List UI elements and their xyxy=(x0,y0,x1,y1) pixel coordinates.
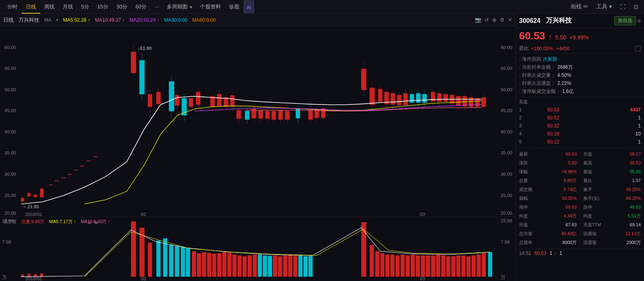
nav-fen-shi[interactable]: 分时 xyxy=(3,0,22,14)
limit-turnover-value: 1.6亿 xyxy=(562,87,574,95)
ob-buy-price-4: 60.18 xyxy=(527,130,559,137)
fullscreen-btn[interactable]: ⛶ xyxy=(617,4,628,10)
seal-amount-row: · 当前封单金额： 2686万 xyxy=(519,63,641,71)
stat-pe-val: 67.83 xyxy=(566,221,577,228)
chart-close-icon[interactable]: ✕ xyxy=(508,17,512,23)
nav-stock-info[interactable]: 个股资料 xyxy=(196,0,225,14)
svg-rect-242 xyxy=(426,255,430,277)
draw-tool-btn[interactable]: 画线 ✏ xyxy=(568,3,591,10)
reason-value[interactable]: 次新股 xyxy=(543,55,557,63)
nav-more[interactable]: ··· xyxy=(151,0,163,14)
stat-open: 开盘 56.17 xyxy=(580,150,644,158)
svg-rect-132 xyxy=(391,93,395,104)
chart-add-icon[interactable]: ⊕ xyxy=(492,17,497,23)
volume-settings[interactable]: ✕ ⚙ xyxy=(88,220,98,226)
price-change-pct: +9.99% xyxy=(569,34,589,41)
ma-selector-arrow[interactable]: ▾ xyxy=(56,18,58,22)
nav-zhen-gu[interactable]: 诊股 xyxy=(225,0,243,14)
stat-vol-ratio: 量比 1.57 xyxy=(580,176,644,185)
nav-ai[interactable]: Ai xyxy=(243,0,254,14)
svg-rect-222 xyxy=(273,255,277,277)
svg-rect-225 xyxy=(288,254,292,277)
svg-rect-239 xyxy=(411,254,415,277)
svg-rect-249 xyxy=(461,255,466,277)
svg-rect-215 xyxy=(237,255,242,277)
nav-60fen[interactable]: 60分 xyxy=(131,0,150,14)
layout-btn[interactable]: ⊡ xyxy=(631,4,641,10)
panel-menu-btn[interactable]: ≡ xyxy=(638,18,641,24)
nav-5fen[interactable]: 5分 xyxy=(77,0,93,14)
svg-rect-252 xyxy=(476,254,481,277)
svg-rect-218 xyxy=(253,254,257,277)
svg-text:02: 02 xyxy=(141,212,146,217)
seal-vol-value: 4.50% xyxy=(557,71,571,79)
stat-limit-up: 涨停 60.53 xyxy=(516,203,580,211)
ratio-value: +100.00% xyxy=(531,46,553,51)
svg-rect-221 xyxy=(268,256,272,277)
chart-snapshot-icon[interactable]: 📷 xyxy=(475,17,481,23)
nav-15fen[interactable]: 15分 xyxy=(93,0,112,14)
svg-rect-223 xyxy=(278,256,282,277)
svg-rect-243 xyxy=(431,255,435,277)
svg-rect-219 xyxy=(258,254,262,277)
stat-inner-vol-val: 5.51万 xyxy=(628,212,641,219)
stat-float-shares: 流通股 2000万 xyxy=(580,238,644,247)
tool-btn[interactable]: 工具 ▾ xyxy=(594,3,614,10)
svg-rect-214 xyxy=(232,254,237,277)
stat-amplitude-val: 10.05% xyxy=(562,195,577,202)
top-navigation: 分时 日线 周线 月线 5分 15分 30分 60分 ··· 多周期图 ▾ 个股… xyxy=(0,0,644,14)
chart-refresh-icon[interactable]: ↺ xyxy=(485,17,489,23)
svg-text:45.00: 45.00 xyxy=(4,108,16,113)
nav-ri-xian[interactable]: 日线 xyxy=(22,0,40,14)
ob-buy-row-3: 3 60.32 1 xyxy=(516,122,644,130)
add-to-watchlist-btn[interactable]: 加自选 xyxy=(614,16,636,25)
stat-float-shares-val: 2000万 xyxy=(627,239,641,246)
svg-rect-236 xyxy=(395,255,400,277)
svg-text:60.00: 60.00 xyxy=(501,45,512,50)
svg-rect-232 xyxy=(375,251,380,277)
svg-text:35.00: 35.00 xyxy=(4,150,16,155)
nav-yue-xian[interactable]: 月线 xyxy=(59,0,77,14)
svg-rect-153 xyxy=(456,96,461,105)
svg-rect-240 xyxy=(416,255,420,277)
svg-text:02: 02 xyxy=(141,276,146,281)
ma-selector[interactable]: MA xyxy=(44,17,51,23)
svg-rect-253 xyxy=(482,253,486,277)
svg-text:03: 03 xyxy=(420,212,425,217)
svg-rect-230 xyxy=(361,222,366,277)
copy-icon[interactable] xyxy=(635,46,641,51)
chart-timeframe: 日线 xyxy=(3,16,14,24)
ratio-number: +4450 xyxy=(556,46,570,51)
svg-rect-224 xyxy=(283,255,288,277)
chart-settings-icon[interactable]: ⚙ xyxy=(500,17,505,23)
trade-vol2: 1 xyxy=(560,250,562,256)
stat-turnover: 成交额 5.74亿 xyxy=(516,185,580,194)
stat-pe-ttm: 市盈TTM 69.14 xyxy=(580,220,644,229)
stat-turnover-val: 5.74亿 xyxy=(564,186,577,193)
svg-rect-212 xyxy=(222,252,227,277)
right-panel: 300624 万兴科技 加自选 ≡ 60.53 ↑ 5.50 +9.99% 委比… xyxy=(515,14,644,281)
seal-vol-label: 封单占成交量： xyxy=(522,71,556,79)
ob-buy-vol-5: 1 xyxy=(559,138,641,146)
svg-rect-205 xyxy=(186,248,190,277)
stat-change-val: 5.50 xyxy=(568,159,577,166)
current-price: 60.53 xyxy=(519,30,545,42)
ob-buy-vol-1: 4437 xyxy=(559,106,641,113)
ob-buy-vol-3: 1 xyxy=(559,122,641,129)
trade-time: 14:51 xyxy=(519,250,531,256)
svg-rect-199 xyxy=(148,243,152,277)
stat-limit-up-val: 60.53 xyxy=(566,203,577,211)
svg-text:20.00: 20.00 xyxy=(501,211,512,215)
chart-stock-name: 万兴科技 xyxy=(18,16,39,24)
svg-rect-87 xyxy=(230,95,235,106)
candlestick-chart[interactable]: 60.00 55.00 50.00 45.00 40.00 35.00 30.0… xyxy=(0,27,515,217)
svg-rect-207 xyxy=(197,253,201,277)
svg-text:←21.85: ←21.85 xyxy=(23,204,39,209)
chart-header-tools: 📷 ↺ ⊕ ⚙ ✕ xyxy=(475,17,512,23)
nav-multi-period[interactable]: 多周期图 ▾ xyxy=(163,0,196,14)
nav-zhou-xian[interactable]: 周线 xyxy=(40,0,59,14)
nav-30fen[interactable]: 30分 xyxy=(112,0,131,14)
limit-turnover-label: 涨停板成交金额： xyxy=(522,87,560,95)
ob-buy-vol-2: 1 xyxy=(559,114,641,121)
stat-outer-vol-val: 4.34万 xyxy=(564,212,577,219)
